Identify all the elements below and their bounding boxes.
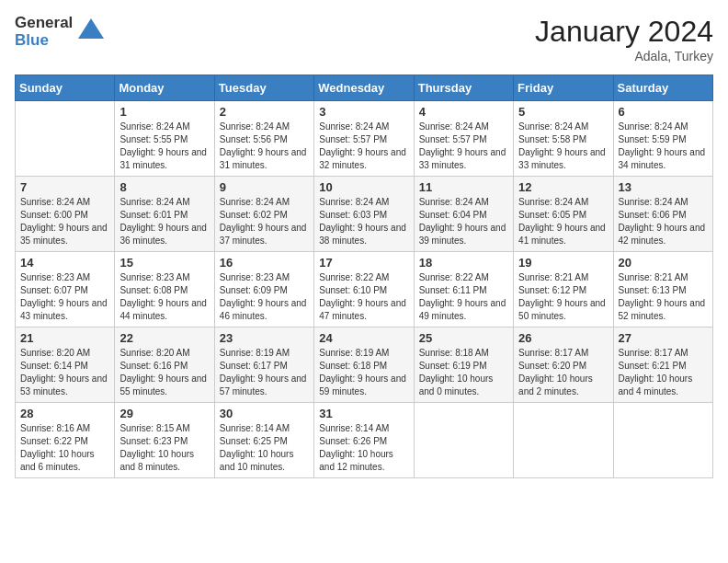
day-number: 2: [220, 105, 309, 119]
day-info: Sunrise: 8:16 AMSunset: 6:22 PMDaylight:…: [20, 422, 109, 474]
day-number: 28: [20, 407, 109, 420]
calendar-cell: [613, 403, 712, 478]
logo: General Blue: [15, 15, 104, 49]
calendar-cell: 21Sunrise: 8:20 AMSunset: 6:14 PMDayligh…: [16, 327, 115, 403]
weekday-header-wednesday: Wednesday: [314, 75, 414, 101]
day-number: 23: [220, 331, 309, 345]
day-info: Sunrise: 8:21 AMSunset: 6:12 PMDaylight:…: [518, 271, 608, 323]
day-number: 17: [319, 256, 408, 270]
calendar-cell: 30Sunrise: 8:14 AMSunset: 6:25 PMDayligh…: [214, 403, 313, 478]
day-info: Sunrise: 8:24 AMSunset: 5:56 PMDaylight:…: [220, 121, 309, 172]
day-info: Sunrise: 8:15 AMSunset: 6:23 PMDaylight:…: [119, 422, 209, 474]
day-number: 11: [419, 180, 508, 194]
day-number: 18: [419, 256, 508, 270]
day-number: 19: [518, 256, 608, 270]
day-number: 27: [619, 331, 708, 345]
weekday-header-sunday: Sunday: [16, 75, 115, 101]
day-info: Sunrise: 8:14 AMSunset: 6:25 PMDaylight:…: [220, 422, 309, 474]
day-info: Sunrise: 8:24 AMSunset: 5:59 PMDaylight:…: [619, 121, 708, 172]
day-number: 9: [220, 180, 309, 194]
day-info: Sunrise: 8:24 AMSunset: 5:57 PMDaylight:…: [319, 121, 408, 172]
calendar-cell: 9Sunrise: 8:24 AMSunset: 6:02 PMDaylight…: [214, 177, 313, 252]
day-info: Sunrise: 8:24 AMSunset: 6:03 PMDaylight:…: [319, 196, 408, 247]
day-info: Sunrise: 8:23 AMSunset: 6:09 PMDaylight:…: [220, 271, 309, 323]
calendar-cell: 24Sunrise: 8:19 AMSunset: 6:18 PMDayligh…: [314, 327, 414, 403]
calendar-week-row: 7Sunrise: 8:24 AMSunset: 6:00 PMDaylight…: [16, 177, 713, 252]
day-info: Sunrise: 8:24 AMSunset: 5:57 PMDaylight:…: [419, 121, 508, 172]
calendar-week-row: 14Sunrise: 8:23 AMSunset: 6:07 PMDayligh…: [16, 252, 713, 327]
weekday-header-row: SundayMondayTuesdayWednesdayThursdayFrid…: [16, 75, 713, 101]
day-info: Sunrise: 8:20 AMSunset: 6:14 PMDaylight:…: [20, 347, 109, 398]
calendar-cell: 22Sunrise: 8:20 AMSunset: 6:16 PMDayligh…: [115, 327, 214, 403]
calendar-cell: 19Sunrise: 8:21 AMSunset: 6:12 PMDayligh…: [514, 252, 613, 327]
month-title: January 2024: [535, 15, 713, 49]
calendar-cell: 20Sunrise: 8:21 AMSunset: 6:13 PMDayligh…: [613, 252, 712, 327]
day-info: Sunrise: 8:24 AMSunset: 5:55 PMDaylight:…: [119, 121, 209, 172]
day-info: Sunrise: 8:22 AMSunset: 6:11 PMDaylight:…: [419, 271, 508, 323]
logo-icon: [78, 18, 104, 39]
calendar-cell: 16Sunrise: 8:23 AMSunset: 6:09 PMDayligh…: [214, 252, 313, 327]
calendar-cell: 27Sunrise: 8:17 AMSunset: 6:21 PMDayligh…: [613, 327, 712, 403]
calendar-cell: 23Sunrise: 8:19 AMSunset: 6:17 PMDayligh…: [214, 327, 313, 403]
day-number: 10: [319, 180, 408, 194]
day-number: 24: [319, 331, 408, 345]
day-info: Sunrise: 8:19 AMSunset: 6:17 PMDaylight:…: [220, 347, 309, 398]
day-number: 16: [220, 256, 309, 270]
calendar-cell: 1Sunrise: 8:24 AMSunset: 5:55 PMDaylight…: [115, 101, 214, 177]
calendar-cell: 15Sunrise: 8:23 AMSunset: 6:08 PMDayligh…: [115, 252, 214, 327]
calendar-cell: 17Sunrise: 8:22 AMSunset: 6:10 PMDayligh…: [314, 252, 414, 327]
weekday-header-friday: Friday: [514, 75, 613, 101]
weekday-header-thursday: Thursday: [414, 75, 513, 101]
day-number: 26: [518, 331, 608, 345]
calendar-cell: 6Sunrise: 8:24 AMSunset: 5:59 PMDaylight…: [613, 101, 712, 177]
day-number: 12: [518, 180, 608, 194]
svg-marker-0: [78, 18, 104, 39]
calendar-cell: 5Sunrise: 8:24 AMSunset: 5:58 PMDaylight…: [514, 101, 613, 177]
calendar-cell: 7Sunrise: 8:24 AMSunset: 6:00 PMDaylight…: [16, 177, 115, 252]
calendar-cell: [514, 403, 613, 478]
calendar-cell: 18Sunrise: 8:22 AMSunset: 6:11 PMDayligh…: [414, 252, 513, 327]
calendar-cell: 14Sunrise: 8:23 AMSunset: 6:07 PMDayligh…: [16, 252, 115, 327]
day-info: Sunrise: 8:24 AMSunset: 6:00 PMDaylight:…: [20, 196, 109, 247]
day-number: 30: [220, 407, 309, 420]
day-info: Sunrise: 8:23 AMSunset: 6:07 PMDaylight:…: [20, 271, 109, 323]
calendar-cell: 10Sunrise: 8:24 AMSunset: 6:03 PMDayligh…: [314, 177, 414, 252]
calendar-cell: 13Sunrise: 8:24 AMSunset: 6:06 PMDayligh…: [613, 177, 712, 252]
day-number: 8: [119, 180, 209, 194]
day-info: Sunrise: 8:20 AMSunset: 6:16 PMDaylight:…: [119, 347, 209, 398]
day-number: 3: [319, 105, 408, 119]
calendar-cell: 8Sunrise: 8:24 AMSunset: 6:01 PMDaylight…: [115, 177, 214, 252]
calendar-cell: 26Sunrise: 8:17 AMSunset: 6:20 PMDayligh…: [514, 327, 613, 403]
calendar-cell: 31Sunrise: 8:14 AMSunset: 6:26 PMDayligh…: [314, 403, 414, 478]
calendar-week-row: 28Sunrise: 8:16 AMSunset: 6:22 PMDayligh…: [16, 403, 713, 478]
day-number: 15: [119, 256, 209, 270]
calendar-cell: 3Sunrise: 8:24 AMSunset: 5:57 PMDaylight…: [314, 101, 414, 177]
weekday-header-monday: Monday: [115, 75, 214, 101]
weekday-header-tuesday: Tuesday: [214, 75, 313, 101]
day-info: Sunrise: 8:19 AMSunset: 6:18 PMDaylight:…: [319, 347, 408, 398]
day-number: 1: [119, 105, 209, 119]
day-number: 4: [419, 105, 508, 119]
day-number: 29: [119, 407, 209, 420]
day-info: Sunrise: 8:21 AMSunset: 6:13 PMDaylight:…: [619, 271, 708, 323]
calendar-cell: [16, 101, 115, 177]
day-number: 21: [20, 331, 109, 345]
calendar-cell: 29Sunrise: 8:15 AMSunset: 6:23 PMDayligh…: [115, 403, 214, 478]
title-area: January 2024 Adala, Turkey: [535, 15, 713, 63]
calendar-week-row: 21Sunrise: 8:20 AMSunset: 6:14 PMDayligh…: [16, 327, 713, 403]
day-number: 13: [619, 180, 708, 194]
day-number: 5: [518, 105, 608, 119]
logo-blue: Blue: [15, 32, 73, 50]
day-info: Sunrise: 8:24 AMSunset: 6:01 PMDaylight:…: [119, 196, 209, 247]
day-info: Sunrise: 8:17 AMSunset: 6:20 PMDaylight:…: [518, 347, 608, 398]
day-info: Sunrise: 8:17 AMSunset: 6:21 PMDaylight:…: [619, 347, 708, 398]
day-number: 31: [319, 407, 408, 420]
calendar-cell: 2Sunrise: 8:24 AMSunset: 5:56 PMDaylight…: [214, 101, 313, 177]
day-number: 25: [419, 331, 508, 345]
day-info: Sunrise: 8:24 AMSunset: 6:06 PMDaylight:…: [619, 196, 708, 247]
calendar-cell: 25Sunrise: 8:18 AMSunset: 6:19 PMDayligh…: [414, 327, 513, 403]
day-number: 22: [119, 331, 209, 345]
calendar-cell: 11Sunrise: 8:24 AMSunset: 6:04 PMDayligh…: [414, 177, 513, 252]
day-number: 20: [619, 256, 708, 270]
calendar-cell: [414, 403, 513, 478]
